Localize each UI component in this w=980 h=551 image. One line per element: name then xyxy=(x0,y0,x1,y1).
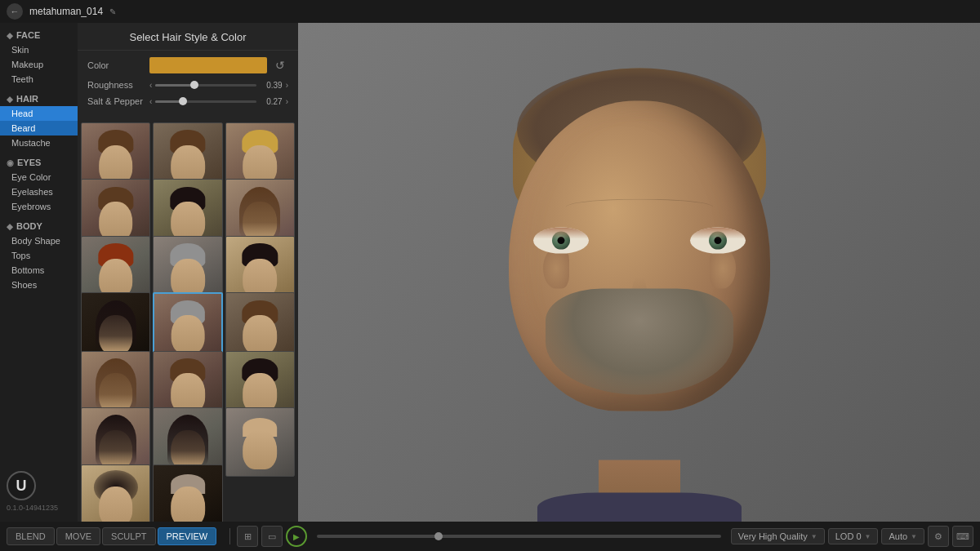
sidebar-section-body: ◆ BODY xyxy=(0,217,78,233)
auto-dropdown[interactable]: Auto ▼ xyxy=(881,528,924,544)
sidebar-item-eyebrows[interactable]: Eyebrows xyxy=(0,199,78,214)
eye-white-left xyxy=(533,227,589,253)
move-button[interactable]: MOVE xyxy=(56,527,100,545)
roughness-slider-container: ‹ 0.39 › xyxy=(149,81,288,90)
hair-style-grid xyxy=(78,119,298,522)
sidebar-section-hair: ◆ HAIR xyxy=(0,90,78,106)
eyes-section-label: EYES xyxy=(17,158,41,167)
saltpepper-control-row: Salt & Pepper ‹ 0.27 › xyxy=(87,96,288,106)
roughness-slider-track[interactable] xyxy=(155,84,256,87)
face-base xyxy=(509,100,770,411)
beard xyxy=(546,288,733,394)
lod-label: LOD 0 xyxy=(835,531,862,541)
hair-thumb-19[interactable] xyxy=(153,464,222,522)
sidebar-item-teeth[interactable]: Teeth xyxy=(0,72,78,87)
sidebar-item-eyelashes[interactable]: Eyelashes xyxy=(0,184,78,199)
toolbar-divider-1 xyxy=(229,528,230,544)
ear-right xyxy=(710,247,736,288)
back-button[interactable]: ← xyxy=(7,3,23,20)
settings-icon-btn[interactable]: ⚙ xyxy=(928,526,949,547)
preview-button[interactable]: PREVIEW xyxy=(158,527,217,545)
roughness-value: 0.39 xyxy=(260,81,283,90)
panel-controls: Color ↺ Roughness ‹ 0.39 › xyxy=(78,51,298,119)
saltpepper-slider-container: ‹ 0.27 › xyxy=(149,97,288,106)
saltpepper-decrease-btn[interactable]: ‹ xyxy=(149,97,152,106)
timeline-position xyxy=(434,532,443,540)
color-reset-button[interactable]: ↺ xyxy=(272,57,288,73)
main-layout: ◆ FACE Skin Makeup Teeth ◆ HAIR Head Bea… xyxy=(0,23,980,522)
mode-buttons: BLEND MOVE SCULPT PREVIEW xyxy=(7,527,216,545)
sidebar-item-beard[interactable]: Beard xyxy=(0,121,78,136)
sidebar: ◆ FACE Skin Makeup Teeth ◆ HAIR Head Bea… xyxy=(0,23,78,522)
frame-button[interactable]: ▭ xyxy=(261,526,283,547)
quality-label: Very High Quality xyxy=(738,531,808,541)
roughness-decrease-btn[interactable]: ‹ xyxy=(149,81,152,90)
saltpepper-slider-track[interactable] xyxy=(155,100,256,103)
version-text: 0.1.0-14941235 xyxy=(7,504,58,512)
eyes-section-icon: ◉ xyxy=(7,158,14,167)
hair-thumb-18[interactable] xyxy=(81,464,150,522)
sidebar-item-eyecolor[interactable]: Eye Color xyxy=(0,170,78,184)
viewport xyxy=(298,23,980,522)
quality-dropdown-arrow: ▼ xyxy=(811,533,817,540)
eyelid-left xyxy=(533,227,589,238)
saltpepper-label: Salt & Pepper xyxy=(87,96,145,106)
hair-thumb-17[interactable] xyxy=(225,407,295,477)
ear-left xyxy=(543,247,569,288)
blend-button[interactable]: BLEND xyxy=(7,527,55,545)
sidebar-item-tops[interactable]: Tops xyxy=(0,248,78,263)
hair-section-label: HAIR xyxy=(16,94,38,104)
sculpt-button[interactable]: SCULPT xyxy=(102,527,155,545)
bottom-toolbar: BLEND MOVE SCULPT PREVIEW ⊞ ▭ ▶ Very Hig… xyxy=(0,522,980,551)
auto-dropdown-arrow: ▼ xyxy=(911,533,917,540)
lod-dropdown[interactable]: LOD 0 ▼ xyxy=(828,528,879,544)
color-label: Color xyxy=(87,60,145,70)
eye-left xyxy=(533,227,589,253)
grid-view-button[interactable]: ⊞ xyxy=(237,526,258,547)
sidebar-item-makeup[interactable]: Makeup xyxy=(0,57,78,72)
eye-right xyxy=(690,227,746,253)
eyelid-right xyxy=(690,227,746,238)
eyes-area xyxy=(533,227,746,253)
face-render xyxy=(443,51,835,476)
saltpepper-value: 0.27 xyxy=(260,97,283,106)
hair-section-icon: ◆ xyxy=(7,95,13,104)
sidebar-section-eyes: ◉ EYES xyxy=(0,153,78,170)
quality-dropdown[interactable]: Very High Quality ▼ xyxy=(731,528,825,544)
body-section-icon: ◆ xyxy=(7,222,13,231)
timeline-bar[interactable] xyxy=(317,535,721,538)
sidebar-logo-area: U 0.1.0-14941235 xyxy=(0,464,78,518)
play-button[interactable]: ▶ xyxy=(286,526,307,547)
edit-title-icon[interactable]: ✎ xyxy=(109,7,116,16)
ue-logo: U xyxy=(7,471,36,500)
body-section-label: BODY xyxy=(16,221,42,231)
sidebar-item-mustache[interactable]: Mustache xyxy=(0,136,78,150)
sidebar-item-shoes[interactable]: Shoes xyxy=(0,278,78,292)
saltpepper-increase-btn[interactable]: › xyxy=(286,97,288,106)
shirt xyxy=(537,492,742,522)
panel-title: Select Hair Style & Color xyxy=(78,23,298,51)
keyboard-icon-btn[interactable]: ⌨ xyxy=(952,526,973,547)
eye-white-right xyxy=(690,227,746,253)
sidebar-item-head[interactable]: Head xyxy=(0,106,78,121)
top-bar: ← metahuman_014 ✎ xyxy=(0,0,980,23)
sidebar-item-skin[interactable]: Skin xyxy=(0,42,78,57)
face-section-icon: ◆ xyxy=(7,31,13,40)
lod-dropdown-arrow: ▼ xyxy=(865,533,871,540)
sidebar-item-bodyshape[interactable]: Body Shape xyxy=(0,233,78,248)
color-control-row: Color ↺ xyxy=(87,57,288,73)
roughness-label: Roughness xyxy=(87,80,145,90)
sidebar-item-bottoms[interactable]: Bottoms xyxy=(0,263,78,278)
face-section-label: FACE xyxy=(16,30,40,40)
roughness-increase-btn[interactable]: › xyxy=(286,81,288,90)
roughness-control-row: Roughness ‹ 0.39 › xyxy=(87,80,288,90)
color-swatch[interactable] xyxy=(149,57,267,73)
project-title: metahuman_014 xyxy=(29,6,103,17)
sidebar-section-face: ◆ FACE xyxy=(0,26,78,42)
auto-label: Auto xyxy=(889,531,907,541)
hair-panel: Select Hair Style & Color Color ↺ Roughn… xyxy=(78,23,298,522)
bottom-right-controls: Very High Quality ▼ LOD 0 ▼ Auto ▼ ⚙ ⌨ xyxy=(731,526,973,547)
